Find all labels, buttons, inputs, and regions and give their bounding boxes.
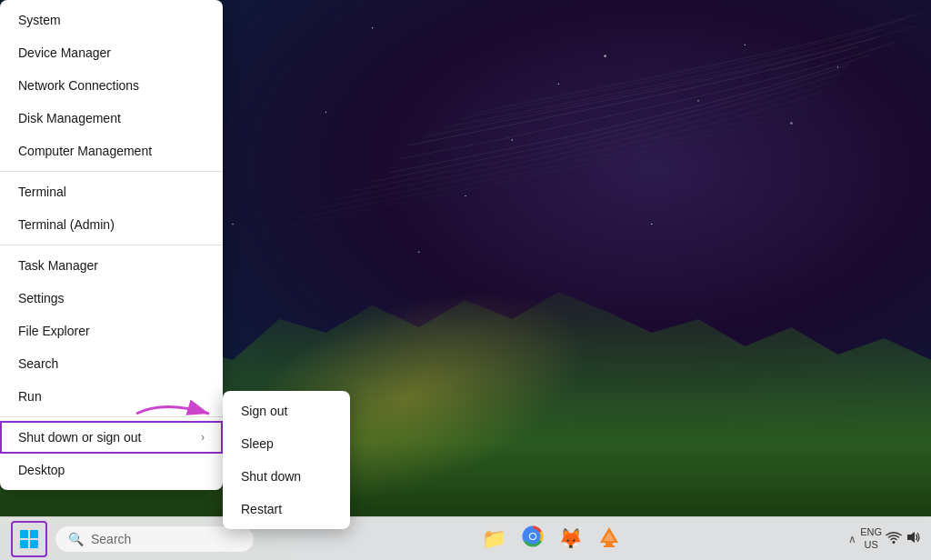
submenu-item-restart[interactable]: Restart: [223, 493, 350, 525]
taskbar-file-explorer[interactable]: 📁: [478, 523, 511, 555]
menu-item-device-manager[interactable]: Device Manager: [0, 36, 223, 69]
submenu-item-shutdown[interactable]: Shut down: [223, 460, 350, 493]
menu-item-disk-management[interactable]: Disk Management: [0, 102, 223, 135]
lang-indicator: ENG US: [860, 526, 882, 550]
svg-rect-5: [606, 543, 613, 545]
menu-item-desktop[interactable]: Desktop: [0, 454, 223, 486]
taskbar-apps: 📁 🦊: [478, 523, 626, 555]
menu-divider-2: [0, 245, 223, 245]
menu-item-terminal-admin[interactable]: Terminal (Admin): [0, 208, 223, 241]
svg-point-8: [893, 541, 896, 544]
menu-item-terminal[interactable]: Terminal: [0, 175, 223, 208]
lang-top: ENG: [860, 526, 882, 538]
submenu-shutdown: Sign out Sleep Shut down Restart: [223, 391, 350, 529]
firefox-icon: 🦊: [558, 527, 583, 551]
menu-item-file-explorer[interactable]: File Explorer: [0, 315, 223, 347]
menu-item-system[interactable]: System: [0, 4, 223, 36]
arrow-annotation: [127, 391, 236, 436]
wifi-icon[interactable]: [886, 531, 902, 546]
menu-item-network-connections[interactable]: Network Connections: [0, 69, 223, 102]
win-tile-1: [20, 530, 28, 538]
taskbar: 🔍 Search 📁 🦊: [0, 516, 931, 560]
start-button[interactable]: [11, 521, 47, 557]
win-tile-3: [20, 540, 28, 548]
vlc-icon: [597, 525, 621, 553]
system-tray: ∧ ENG US: [848, 526, 920, 550]
tray-icons: ∧ ENG US: [848, 526, 920, 550]
taskbar-firefox[interactable]: 🦊: [555, 523, 587, 555]
taskbar-chrome[interactable]: [516, 523, 549, 555]
taskbar-vlc[interactable]: [593, 523, 626, 555]
submenu-item-sleep[interactable]: Sleep: [223, 427, 350, 460]
menu-item-search[interactable]: Search: [0, 347, 223, 380]
folder-icon: 📁: [482, 527, 506, 551]
taskbar-left: 🔍 Search: [11, 521, 255, 557]
svg-point-3: [530, 534, 536, 539]
taskbar-search[interactable]: 🔍 Search: [55, 525, 255, 553]
search-label: Search: [91, 532, 131, 546]
menu-divider-1: [0, 171, 223, 172]
chrome-icon: [522, 525, 544, 552]
taskbar-right: ∧ ENG US: [848, 526, 920, 550]
win-tile-4: [30, 540, 38, 548]
menu-item-task-manager[interactable]: Task Manager: [0, 249, 223, 282]
lang-bottom: US: [860, 539, 882, 551]
volume-icon[interactable]: [906, 530, 920, 547]
svg-marker-9: [907, 532, 915, 543]
submenu-item-signout[interactable]: Sign out: [223, 395, 350, 427]
windows-logo: [20, 530, 38, 548]
menu-item-settings[interactable]: Settings: [0, 282, 223, 315]
search-icon: 🔍: [68, 532, 84, 546]
svg-rect-6: [604, 545, 615, 547]
menu-item-computer-management[interactable]: Computer Management: [0, 135, 223, 167]
star-trails: [227, 0, 931, 318]
expand-tray-icon[interactable]: ∧: [848, 533, 856, 545]
win-tile-2: [30, 530, 38, 538]
